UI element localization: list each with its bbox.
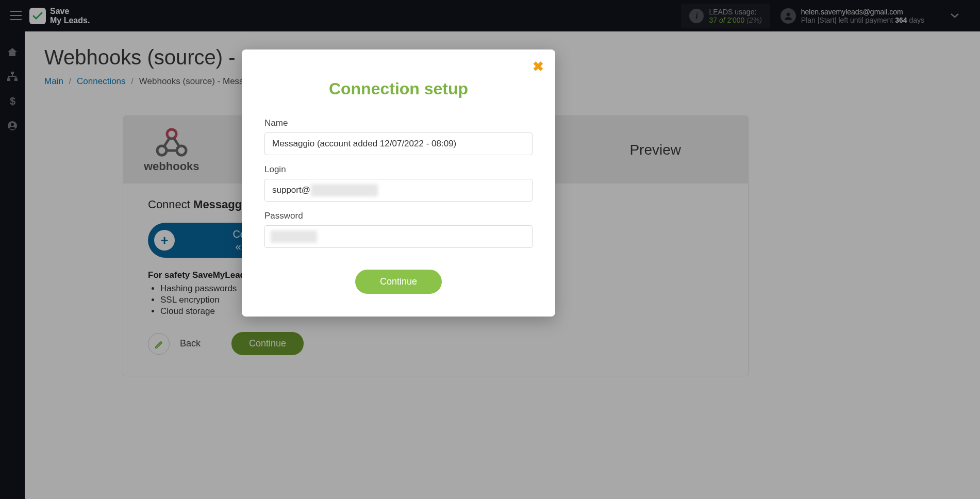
connection-setup-modal: ✖ Connection setup Name Login Password C… <box>242 49 555 317</box>
modal-title: Connection setup <box>264 79 533 98</box>
redacted-area <box>311 184 378 196</box>
name-input[interactable] <box>264 132 533 155</box>
close-icon[interactable]: ✖ <box>533 59 544 75</box>
login-input[interactable] <box>264 179 533 202</box>
name-label: Name <box>264 118 533 128</box>
password-label: Password <box>264 211 533 221</box>
login-label: Login <box>264 164 533 175</box>
modal-continue-button[interactable]: Continue <box>355 270 442 294</box>
redacted-area <box>271 230 317 243</box>
